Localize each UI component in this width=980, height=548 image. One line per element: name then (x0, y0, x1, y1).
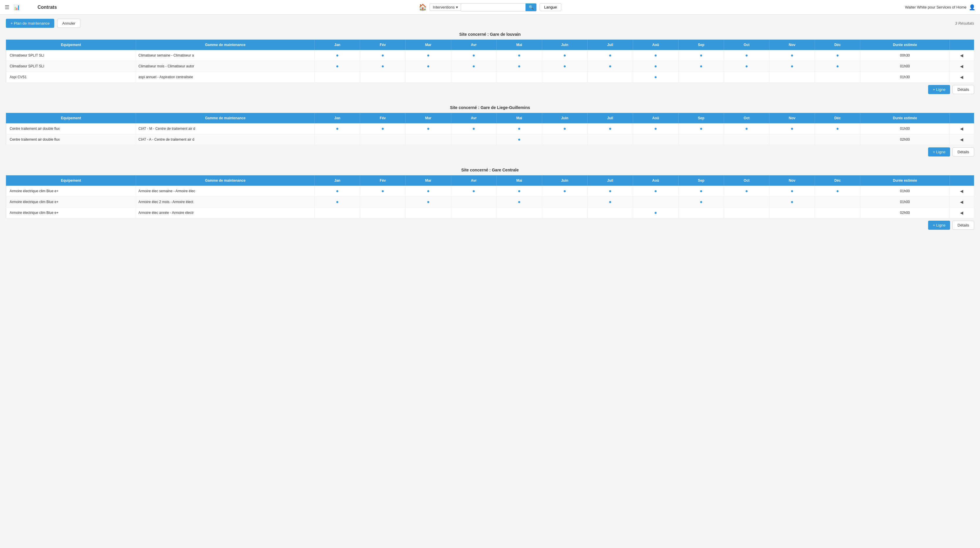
header-5: Avr (451, 113, 496, 123)
add-ligne-button[interactable]: + Ligne (928, 85, 950, 94)
month-cell-6 (587, 134, 633, 145)
month-dot: ● (836, 126, 839, 131)
month-dot: ● (836, 53, 839, 58)
search-button[interactable]: 🔍 (526, 3, 537, 11)
header-0: Equipement (6, 176, 136, 186)
details-button[interactable]: Détails (953, 148, 974, 156)
header-0: Equipement (6, 40, 136, 50)
add-ligne-button[interactable]: + Ligne (928, 148, 950, 156)
month-cell-2 (406, 134, 451, 145)
month-dot: ● (745, 188, 748, 194)
month-cell-0 (315, 208, 360, 218)
table-row: Armoire électrique clim Blue e+Armoire é… (6, 186, 974, 197)
row-chevron-button[interactable]: ◀ (960, 189, 963, 194)
month-dot: ● (700, 64, 703, 68)
user-icon: 👤 (969, 4, 975, 11)
row-chevron-button[interactable]: ◀ (960, 75, 963, 79)
month-cell-11 (815, 72, 861, 83)
month-cell-6: ● (587, 186, 633, 197)
header-14: Durée estimée (861, 40, 950, 50)
header-14: Durée estimée (861, 176, 950, 186)
month-dot: ● (700, 126, 703, 131)
month-cell-5 (542, 208, 587, 218)
month-cell-7 (633, 134, 678, 145)
header-13: Déc (815, 40, 861, 50)
month-cell-6 (587, 208, 633, 218)
row-chevron-button[interactable]: ◀ (960, 126, 963, 131)
duree-cell: 00h30 (861, 50, 950, 61)
month-cell-11: ● (815, 123, 861, 134)
month-cell-0 (315, 72, 360, 83)
month-cell-11: ● (815, 50, 861, 61)
section-title-2: Site concerné : Gare Centrale (6, 168, 974, 172)
table-row: Climatiseur SPLIT SLIClimatiseur mois - … (6, 61, 974, 72)
table-row: Centre traitement air double fluxCIAT - … (6, 123, 974, 134)
toolbar: + Plan de maintenance Annuler 3 Résultat… (0, 15, 980, 32)
duree-cell: 01h00 (861, 123, 950, 134)
month-cell-4: ● (496, 123, 542, 134)
month-dot: ● (427, 64, 430, 68)
month-cell-1: ● (360, 50, 406, 61)
month-cell-11 (815, 134, 861, 145)
details-button[interactable]: Détails (953, 85, 974, 94)
header-9: Aoû (633, 40, 678, 50)
search-area: 🏠 Interventions ▾ 🔍 Langue (419, 3, 561, 11)
row-chevron-button[interactable]: ◀ (960, 53, 963, 58)
header-6: Mai (496, 113, 542, 123)
header-8: Juil (587, 113, 633, 123)
month-dot: ● (836, 64, 839, 68)
month-dot: ● (609, 64, 612, 68)
row-chevron-button[interactable]: ◀ (960, 210, 963, 215)
month-cell-7: ● (633, 208, 678, 218)
month-dot: ● (427, 126, 430, 131)
annuler-button[interactable]: Annuler (57, 19, 80, 28)
month-dot: ● (518, 53, 521, 58)
row-chevron-button[interactable]: ◀ (960, 137, 963, 142)
month-dot: ● (609, 199, 612, 204)
month-cell-8: ● (678, 61, 724, 72)
month-cell-11 (815, 208, 861, 218)
duree-cell: 02h00 (861, 208, 950, 218)
add-ligne-button[interactable]: + Ligne (928, 221, 950, 230)
header-13: Déc (815, 113, 861, 123)
month-cell-7: ● (633, 50, 678, 61)
month-cell-7: ● (633, 61, 678, 72)
gamme-cell: aspi annuel - Aspiration centralisée (136, 72, 315, 83)
row-chevron-button[interactable]: ◀ (960, 200, 963, 204)
month-cell-9: ● (724, 50, 770, 61)
hamburger-icon[interactable]: ☰ (5, 4, 10, 11)
month-dot: ● (791, 188, 794, 194)
month-cell-1: ● (360, 186, 406, 197)
plan-maintenance-button[interactable]: + Plan de maintenance (6, 19, 54, 28)
month-dot: ● (563, 64, 566, 68)
month-dot: ● (473, 188, 475, 194)
month-cell-3: ● (451, 61, 496, 72)
month-cell-11 (815, 197, 861, 208)
month-dot: ● (654, 126, 657, 131)
month-cell-10: ● (770, 197, 815, 208)
header-6: Mai (496, 176, 542, 186)
action-cell: ◀ (950, 186, 974, 197)
section-0: Site concerné : Gare de louvainEquipemen… (6, 32, 974, 97)
langue-button[interactable]: Langue (540, 3, 561, 11)
chart-icon[interactable]: 📊 (13, 4, 20, 11)
month-dot: ● (473, 64, 475, 68)
search-input-wrap: 🔍 (461, 3, 537, 11)
month-dot: ● (609, 126, 612, 131)
details-button[interactable]: Détails (953, 221, 974, 230)
month-cell-5: ● (542, 50, 587, 61)
month-dot: ● (473, 126, 475, 131)
gamme-cell: Armoire élec année - Armoire électr (136, 208, 315, 218)
table-footer: + LigneDétails (6, 83, 974, 97)
header-2: Jan (315, 40, 360, 50)
action-cell: ◀ (950, 134, 974, 145)
action-cell: ◀ (950, 50, 974, 61)
month-cell-2 (406, 208, 451, 218)
search-input[interactable] (461, 3, 526, 11)
interventions-dropdown[interactable]: Interventions ▾ (430, 3, 461, 11)
month-dot: ● (745, 126, 748, 131)
header-7: Juin (542, 176, 587, 186)
row-chevron-button[interactable]: ◀ (960, 64, 963, 68)
header-4: Mar (406, 176, 451, 186)
month-cell-1 (360, 197, 406, 208)
